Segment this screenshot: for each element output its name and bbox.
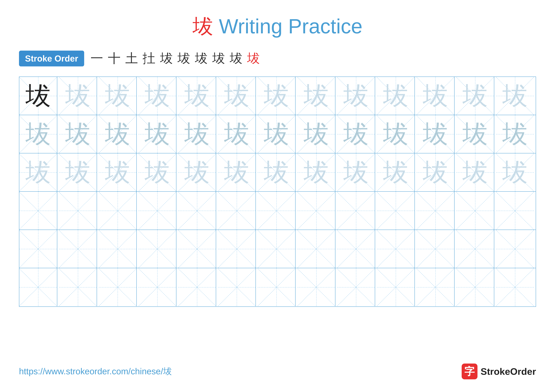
grid-cell-4-13[interactable] bbox=[496, 192, 534, 230]
grid-cell-3-11[interactable]: 坺 bbox=[416, 153, 454, 191]
grid-cell-6-7[interactable] bbox=[258, 268, 296, 306]
grid-cell-2-1[interactable]: 坺 bbox=[19, 115, 57, 153]
grid-cell-6-1[interactable] bbox=[19, 268, 57, 306]
grid-cell-3-12[interactable]: 坺 bbox=[456, 153, 494, 191]
grid-cell-6-3[interactable] bbox=[99, 268, 137, 306]
grid-cell-1-1[interactable]: 坺 bbox=[19, 77, 57, 115]
grid-cell-6-11[interactable] bbox=[416, 268, 454, 306]
grid-cell-4-3[interactable] bbox=[99, 192, 137, 230]
grid-cell-2-7[interactable]: 坺 bbox=[258, 115, 296, 153]
grid-cell-5-4[interactable] bbox=[139, 230, 176, 268]
char-guide: 坺 bbox=[65, 121, 90, 147]
grid-cell-3-7[interactable]: 坺 bbox=[258, 153, 296, 191]
grid-cell-5-11[interactable] bbox=[416, 230, 454, 268]
grid-cell-1-9[interactable]: 坺 bbox=[337, 77, 375, 115]
grid-cell-2-12[interactable]: 坺 bbox=[456, 115, 494, 153]
grid-cell-2-5[interactable]: 坺 bbox=[178, 115, 216, 153]
grid-cell-4-8[interactable] bbox=[297, 192, 336, 230]
grid-cell-1-13[interactable]: 坺 bbox=[496, 77, 534, 115]
grid-cell-5-3[interactable] bbox=[99, 230, 137, 268]
stroke-step-1: 一 bbox=[90, 50, 103, 67]
stroke-step-10: 坺 bbox=[247, 50, 260, 67]
grid-cell-3-8[interactable]: 坺 bbox=[297, 153, 336, 191]
grid-cell-3-13[interactable]: 坺 bbox=[496, 153, 534, 191]
grid-cell-3-9[interactable]: 坺 bbox=[337, 153, 375, 191]
grid-row-5 bbox=[19, 230, 536, 268]
grid-cell-1-5[interactable]: 坺 bbox=[178, 77, 216, 115]
char-guide: 坺 bbox=[65, 160, 90, 185]
grid-cell-6-12[interactable] bbox=[456, 268, 494, 306]
grid-cell-6-9[interactable] bbox=[337, 268, 375, 306]
grid-cell-5-6[interactable] bbox=[218, 230, 256, 268]
grid-cell-4-4[interactable] bbox=[139, 192, 176, 230]
grid-cell-5-8[interactable] bbox=[297, 230, 336, 268]
grid-cell-2-13[interactable]: 坺 bbox=[496, 115, 534, 153]
grid-cell-6-10[interactable] bbox=[377, 268, 415, 306]
grid-cell-2-10[interactable]: 坺 bbox=[377, 115, 415, 153]
grid-cell-6-13[interactable] bbox=[496, 268, 534, 306]
grid-cell-1-4[interactable]: 坺 bbox=[139, 77, 176, 115]
grid-cell-5-5[interactable] bbox=[178, 230, 216, 268]
grid-cell-5-12[interactable] bbox=[456, 230, 494, 268]
char-guide: 坺 bbox=[502, 83, 528, 108]
grid-cell-3-4[interactable]: 坺 bbox=[139, 153, 176, 191]
grid-cell-1-6[interactable]: 坺 bbox=[218, 77, 256, 115]
brand-icon: 字 bbox=[462, 363, 477, 379]
grid-cell-3-3[interactable]: 坺 bbox=[99, 153, 137, 191]
char-guide: 坺 bbox=[462, 83, 488, 108]
char-guide: 坺 bbox=[462, 160, 488, 185]
grid-cell-5-2[interactable] bbox=[59, 230, 97, 268]
grid-cell-6-8[interactable] bbox=[297, 268, 336, 306]
grid-cell-5-9[interactable] bbox=[337, 230, 375, 268]
grid-cell-6-2[interactable] bbox=[59, 268, 97, 306]
grid-cell-1-11[interactable]: 坺 bbox=[416, 77, 454, 115]
stroke-step-7: 坺 bbox=[195, 50, 208, 67]
grid-cell-1-3[interactable]: 坺 bbox=[99, 77, 137, 115]
grid-cell-3-5[interactable]: 坺 bbox=[178, 153, 216, 191]
grid-cell-2-9[interactable]: 坺 bbox=[337, 115, 375, 153]
grid-cell-4-10[interactable] bbox=[377, 192, 415, 230]
grid-cell-2-11[interactable]: 坺 bbox=[416, 115, 454, 153]
grid-cell-6-4[interactable] bbox=[139, 268, 176, 306]
grid-cell-5-1[interactable] bbox=[19, 230, 57, 268]
title-char: 坺 bbox=[193, 15, 213, 38]
grid-cell-1-2[interactable]: 坺 bbox=[59, 77, 97, 115]
footer: https://www.strokeorder.com/chinese/坺 字 … bbox=[19, 363, 536, 379]
grid-cell-3-2[interactable]: 坺 bbox=[59, 153, 97, 191]
practice-grid: 坺 坺 坺 坺 坺 坺 坺 bbox=[19, 77, 536, 307]
char-guide: 坺 bbox=[224, 83, 249, 108]
stroke-steps: 一 十 土 扗 坺 坺 坺 坺 坺 坺 bbox=[90, 50, 260, 67]
grid-cell-2-3[interactable]: 坺 bbox=[99, 115, 137, 153]
grid-cell-5-10[interactable] bbox=[377, 230, 415, 268]
grid-cell-2-4[interactable]: 坺 bbox=[139, 115, 176, 153]
grid-cell-1-12[interactable]: 坺 bbox=[456, 77, 494, 115]
grid-cell-4-11[interactable] bbox=[416, 192, 454, 230]
grid-cell-4-7[interactable] bbox=[258, 192, 296, 230]
grid-cell-2-2[interactable]: 坺 bbox=[59, 115, 97, 153]
grid-cell-1-10[interactable]: 坺 bbox=[377, 77, 415, 115]
grid-cell-4-9[interactable] bbox=[337, 192, 375, 230]
grid-cell-4-5[interactable] bbox=[178, 192, 216, 230]
grid-cell-5-7[interactable] bbox=[258, 230, 296, 268]
char-guide: 坺 bbox=[145, 160, 170, 185]
grid-cell-1-7[interactable]: 坺 bbox=[258, 77, 296, 115]
grid-cell-3-10[interactable]: 坺 bbox=[377, 153, 415, 191]
grid-cell-2-8[interactable]: 坺 bbox=[297, 115, 336, 153]
grid-cell-6-5[interactable] bbox=[178, 268, 216, 306]
grid-cell-4-1[interactable] bbox=[19, 192, 57, 230]
char-guide: 坺 bbox=[383, 83, 408, 108]
grid-cell-1-8[interactable]: 坺 bbox=[297, 77, 336, 115]
grid-cell-3-1[interactable]: 坺 bbox=[19, 153, 57, 191]
grid-cell-4-2[interactable] bbox=[59, 192, 97, 230]
stroke-order-badge: Stroke Order bbox=[19, 51, 84, 66]
grid-cell-4-12[interactable] bbox=[456, 192, 494, 230]
grid-row-2: 坺 坺 坺 坺 坺 坺 坺 bbox=[19, 115, 536, 153]
grid-cell-4-6[interactable] bbox=[218, 192, 256, 230]
title-text: Writing Practice bbox=[213, 15, 362, 38]
footer-brand: 字 StrokeOrder bbox=[462, 363, 536, 379]
grid-cell-3-6[interactable]: 坺 bbox=[218, 153, 256, 191]
grid-cell-2-6[interactable]: 坺 bbox=[218, 115, 256, 153]
grid-cell-6-6[interactable] bbox=[218, 268, 256, 306]
grid-cell-5-13[interactable] bbox=[496, 230, 534, 268]
char-guide: 坺 bbox=[25, 121, 51, 147]
